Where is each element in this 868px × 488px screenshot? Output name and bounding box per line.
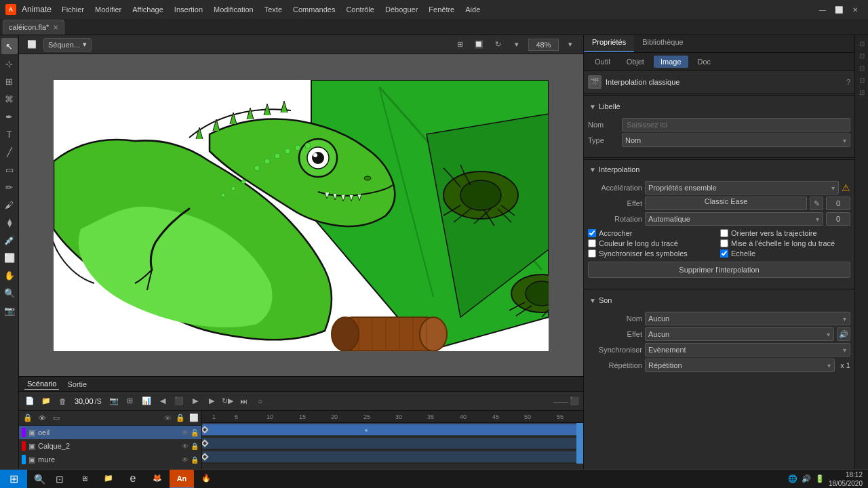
- layer-eye-oeil[interactable]: 👁: [182, 429, 189, 436]
- menu-controle[interactable]: Contrôle: [341, 3, 379, 16]
- rectangle-tool[interactable]: ▭: [1, 161, 18, 178]
- onion-btn[interactable]: ○: [254, 394, 267, 408]
- delete-layer-btn[interactable]: 🗑: [56, 394, 69, 408]
- frame-row-calque2[interactable]: [202, 436, 583, 450]
- rotation-dropdown[interactable]: Automatique: [645, 212, 823, 226]
- img-tab-objet[interactable]: Objet: [620, 56, 651, 68]
- next-frame-btn[interactable]: ▶: [189, 394, 202, 408]
- tab-bibliotheque[interactable]: Bibliothèque: [634, 35, 692, 52]
- layer-eye-calque2[interactable]: 👁: [182, 443, 189, 450]
- minimize-button[interactable]: —: [815, 3, 830, 16]
- folder-btn[interactable]: 📁: [39, 394, 53, 408]
- zoom-menu-btn[interactable]: ▾: [563, 38, 578, 52]
- layer-lock-oeil[interactable]: 🔓: [191, 429, 199, 436]
- eyedropper-tool[interactable]: 💉: [1, 232, 18, 248]
- edge-btn-3[interactable]: ⊡: [856, 62, 867, 73]
- select-tool[interactable]: ↖: [1, 38, 18, 54]
- menu-modification[interactable]: Modification: [209, 3, 258, 16]
- camera-btn[interactable]: 📷: [107, 394, 121, 408]
- interpolation-header[interactable]: ▼ Interpolation: [588, 163, 850, 176]
- supprimer-btn[interactable]: Supprimer l'interpolation: [588, 262, 850, 278]
- outline-all-btn[interactable]: ▭: [50, 412, 62, 424]
- hand-tool[interactable]: ✋: [1, 267, 18, 283]
- fit-stage-btn[interactable]: ⊞: [452, 38, 467, 52]
- timeline-icons2[interactable]: 📊: [140, 394, 153, 408]
- taskbar-app-windows[interactable]: 🖥: [72, 470, 96, 489]
- maximize-button[interactable]: ⬜: [831, 3, 846, 16]
- son-sync-dropdown[interactable]: Evènement: [645, 343, 850, 357]
- cb-synchroniser-input[interactable]: [588, 249, 596, 258]
- layer-lock-calque2[interactable]: 🔒: [191, 443, 199, 450]
- rotate-btn[interactable]: ↻: [490, 38, 505, 52]
- prev-frame-btn[interactable]: ◀: [156, 394, 170, 408]
- taskbar-app-fire[interactable]: 🔥: [194, 470, 218, 489]
- edge-btn-4[interactable]: ⊡: [856, 75, 867, 85]
- eye-all-btn[interactable]: 👁: [36, 412, 48, 424]
- tab-close-icon[interactable]: ✕: [53, 24, 58, 31]
- frame-row-oeil[interactable]: [202, 423, 583, 436]
- transform-tool[interactable]: ⊞: [1, 73, 18, 89]
- cb-echelle-input[interactable]: [720, 249, 728, 258]
- lock-all-btn[interactable]: 🔒: [22, 412, 34, 424]
- sequence-dropdown[interactable]: Séquen... ▾: [43, 38, 92, 52]
- snap-btn[interactable]: 🔲: [471, 38, 486, 52]
- menu-affichage[interactable]: Affichage: [127, 3, 168, 16]
- libelle-header[interactable]: ▼ Libellé: [588, 100, 850, 113]
- timeline-icons1[interactable]: ⊞: [123, 394, 137, 408]
- timeline-tab-sortie[interactable]: Sortie: [64, 379, 90, 390]
- new-layer-btn[interactable]: 📄: [23, 394, 37, 408]
- son-header[interactable]: ▼ Son: [588, 293, 850, 307]
- view-taskbar-icon[interactable]: ⊡: [50, 470, 69, 489]
- cb-accrocher-input[interactable]: [588, 229, 596, 237]
- pen-tool[interactable]: ✒: [1, 108, 18, 125]
- file-tab[interactable]: caléicon.fla* ✕: [3, 20, 64, 35]
- taskbar-app-firefox[interactable]: 🦊: [145, 470, 170, 489]
- camera-tool[interactable]: 📷: [1, 302, 18, 319]
- rotation-num-input[interactable]: [826, 212, 850, 226]
- loop-play-btn[interactable]: ↻▶: [221, 394, 235, 408]
- zoom-tool[interactable]: 🔍: [1, 285, 18, 301]
- play-btn[interactable]: ▶: [205, 394, 218, 408]
- img-tab-outil[interactable]: Outil: [588, 56, 617, 68]
- zoom-out-btn[interactable]: ▾: [509, 38, 524, 52]
- back-btn[interactable]: ⬜: [24, 38, 39, 52]
- stop-btn[interactable]: ⬛: [172, 394, 186, 408]
- img-tab-doc[interactable]: Doc: [691, 56, 718, 68]
- cb-orienter-input[interactable]: [720, 229, 728, 237]
- line-tool[interactable]: ╱: [1, 144, 18, 160]
- brush-tool[interactable]: 🖌: [1, 197, 18, 213]
- timeline-tab-scenario[interactable]: Scénario: [24, 378, 59, 390]
- close-button[interactable]: ✕: [848, 3, 863, 16]
- frame-row-mure[interactable]: [202, 450, 583, 464]
- start-button[interactable]: ⊞: [0, 470, 27, 489]
- menu-debuguer[interactable]: Déboguer: [380, 3, 422, 16]
- menu-modifier[interactable]: Modifier: [90, 3, 126, 16]
- menu-aide[interactable]: Aide: [460, 3, 485, 16]
- effet-num-input[interactable]: [826, 197, 850, 210]
- text-tool[interactable]: T: [1, 126, 18, 142]
- play-all-btn[interactable]: ⏭: [237, 394, 251, 408]
- layer-row-mure[interactable]: ▣ mure 👁 🔒: [19, 453, 201, 466]
- menu-fichier[interactable]: Fichier: [57, 3, 89, 16]
- menu-insertion[interactable]: Insertion: [170, 3, 208, 16]
- layer-eye-mure[interactable]: 👁: [182, 456, 189, 464]
- effet-btn[interactable]: Classic Ease: [645, 197, 807, 210]
- taskbar-app-edge[interactable]: e: [121, 470, 145, 489]
- pencil-tool[interactable]: ✏: [1, 179, 18, 195]
- zoom-input[interactable]: [528, 39, 559, 51]
- layer-row-calque2[interactable]: ▣ Calque_2 👁 🔒: [19, 439, 201, 453]
- taskbar-app-animate[interactable]: An: [170, 470, 194, 489]
- search-taskbar-icon[interactable]: 🔍: [30, 470, 49, 489]
- effet-edit-icon[interactable]: ✎: [810, 197, 823, 210]
- nom-input[interactable]: [622, 118, 850, 131]
- son-nom-dropdown[interactable]: Aucun: [645, 312, 850, 325]
- cb-mise-echelle-input[interactable]: [720, 239, 728, 247]
- son-effet-dropdown[interactable]: Aucun: [645, 327, 834, 341]
- taskbar-app-explorer[interactable]: 📁: [96, 470, 121, 489]
- edge-btn-1[interactable]: ⊡: [856, 38, 867, 49]
- paint-bucket-tool[interactable]: ⧫: [1, 214, 18, 230]
- son-speaker-icon[interactable]: 🔊: [837, 327, 850, 341]
- layer-lock-mure[interactable]: 🔒: [191, 456, 199, 464]
- layer-row-oeil[interactable]: ▣ oeil 👁 🔓: [19, 426, 201, 439]
- menu-fenetre[interactable]: Fenêtre: [424, 3, 459, 16]
